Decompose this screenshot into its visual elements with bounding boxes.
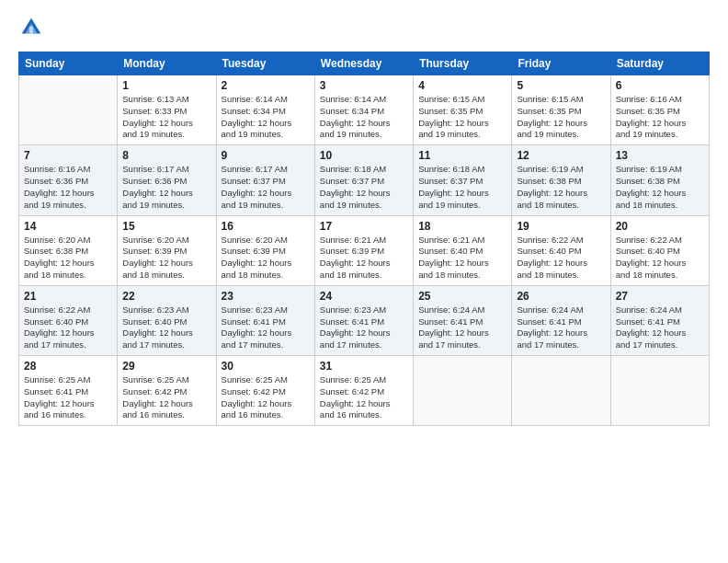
day-cell: 29Sunrise: 6:25 AM Sunset: 6:42 PM Dayli… <box>118 356 216 426</box>
day-cell: 25Sunrise: 6:24 AM Sunset: 6:41 PM Dayli… <box>414 285 512 355</box>
weekday-header-row: SundayMondayTuesdayWednesdayThursdayFrid… <box>19 52 710 75</box>
day-info: Sunrise: 6:18 AM Sunset: 6:37 PM Dayligh… <box>418 164 506 211</box>
day-cell: 31Sunrise: 6:25 AM Sunset: 6:42 PM Dayli… <box>314 356 413 426</box>
day-cell: 4Sunrise: 6:15 AM Sunset: 6:35 PM Daylig… <box>414 75 512 145</box>
day-info: Sunrise: 6:22 AM Sunset: 6:40 PM Dayligh… <box>517 235 605 282</box>
day-number: 21 <box>24 290 112 303</box>
day-number: 13 <box>616 149 704 162</box>
day-info: Sunrise: 6:25 AM Sunset: 6:42 PM Dayligh… <box>222 374 310 421</box>
day-info: Sunrise: 6:24 AM Sunset: 6:41 PM Dayligh… <box>517 304 605 351</box>
day-cell <box>512 356 610 426</box>
day-number: 6 <box>616 79 704 92</box>
day-info: Sunrise: 6:25 AM Sunset: 6:41 PM Dayligh… <box>24 374 112 421</box>
day-info: Sunrise: 6:25 AM Sunset: 6:42 PM Dayligh… <box>320 374 408 421</box>
day-cell: 18Sunrise: 6:21 AM Sunset: 6:40 PM Dayli… <box>414 215 512 285</box>
day-number: 3 <box>320 79 408 92</box>
weekday-tuesday: Tuesday <box>216 52 314 75</box>
day-info: Sunrise: 6:21 AM Sunset: 6:40 PM Dayligh… <box>418 235 506 282</box>
day-number: 19 <box>517 220 605 233</box>
day-number: 8 <box>122 149 210 162</box>
day-cell: 15Sunrise: 6:20 AM Sunset: 6:39 PM Dayli… <box>118 215 216 285</box>
day-info: Sunrise: 6:18 AM Sunset: 6:37 PM Dayligh… <box>320 164 408 211</box>
weekday-friday: Friday <box>512 52 610 75</box>
day-info: Sunrise: 6:23 AM Sunset: 6:41 PM Dayligh… <box>222 304 310 351</box>
day-number: 11 <box>418 149 506 162</box>
day-cell: 14Sunrise: 6:20 AM Sunset: 6:38 PM Dayli… <box>19 215 118 285</box>
day-cell: 20Sunrise: 6:22 AM Sunset: 6:40 PM Dayli… <box>610 215 709 285</box>
day-info: Sunrise: 6:24 AM Sunset: 6:41 PM Dayligh… <box>616 304 704 351</box>
day-number: 25 <box>418 290 506 303</box>
day-number: 20 <box>616 220 704 233</box>
calendar-table: SundayMondayTuesdayWednesdayThursdayFrid… <box>18 52 710 426</box>
day-number: 28 <box>24 360 112 373</box>
day-cell: 26Sunrise: 6:24 AM Sunset: 6:41 PM Dayli… <box>512 285 610 355</box>
day-number: 18 <box>418 220 506 233</box>
day-cell <box>19 75 118 145</box>
day-info: Sunrise: 6:24 AM Sunset: 6:41 PM Dayligh… <box>418 304 506 351</box>
day-info: Sunrise: 6:17 AM Sunset: 6:36 PM Dayligh… <box>122 164 210 211</box>
day-cell: 1Sunrise: 6:13 AM Sunset: 6:33 PM Daylig… <box>118 75 216 145</box>
day-cell: 30Sunrise: 6:25 AM Sunset: 6:42 PM Dayli… <box>216 356 314 426</box>
day-number: 27 <box>616 290 704 303</box>
day-number: 29 <box>122 360 210 373</box>
day-cell: 9Sunrise: 6:17 AM Sunset: 6:37 PM Daylig… <box>216 145 314 215</box>
day-cell: 16Sunrise: 6:20 AM Sunset: 6:39 PM Dayli… <box>216 215 314 285</box>
day-cell: 19Sunrise: 6:22 AM Sunset: 6:40 PM Dayli… <box>512 215 610 285</box>
day-number: 1 <box>122 79 210 92</box>
day-info: Sunrise: 6:23 AM Sunset: 6:40 PM Dayligh… <box>122 304 210 351</box>
svg-rect-2 <box>29 27 33 33</box>
week-row-3: 14Sunrise: 6:20 AM Sunset: 6:38 PM Dayli… <box>19 215 710 285</box>
day-number: 23 <box>222 290 310 303</box>
day-cell <box>414 356 512 426</box>
day-info: Sunrise: 6:23 AM Sunset: 6:41 PM Dayligh… <box>320 304 408 351</box>
day-info: Sunrise: 6:19 AM Sunset: 6:38 PM Dayligh… <box>616 164 704 211</box>
day-cell <box>610 356 709 426</box>
day-number: 30 <box>222 360 310 373</box>
day-cell: 23Sunrise: 6:23 AM Sunset: 6:41 PM Dayli… <box>216 285 314 355</box>
day-cell: 5Sunrise: 6:15 AM Sunset: 6:35 PM Daylig… <box>512 75 610 145</box>
day-cell: 13Sunrise: 6:19 AM Sunset: 6:38 PM Dayli… <box>610 145 709 215</box>
day-cell: 17Sunrise: 6:21 AM Sunset: 6:39 PM Dayli… <box>314 215 413 285</box>
day-info: Sunrise: 6:17 AM Sunset: 6:37 PM Dayligh… <box>222 164 310 211</box>
day-cell: 27Sunrise: 6:24 AM Sunset: 6:41 PM Dayli… <box>610 285 709 355</box>
header <box>18 15 710 40</box>
weekday-wednesday: Wednesday <box>314 52 413 75</box>
week-row-1: 1Sunrise: 6:13 AM Sunset: 6:33 PM Daylig… <box>19 75 710 145</box>
day-info: Sunrise: 6:13 AM Sunset: 6:33 PM Dayligh… <box>122 94 210 141</box>
day-info: Sunrise: 6:22 AM Sunset: 6:40 PM Dayligh… <box>616 235 704 282</box>
day-number: 12 <box>517 149 605 162</box>
day-number: 22 <box>122 290 210 303</box>
day-number: 14 <box>24 220 112 233</box>
day-info: Sunrise: 6:15 AM Sunset: 6:35 PM Dayligh… <box>418 94 506 141</box>
page: SundayMondayTuesdayWednesdayThursdayFrid… <box>0 0 728 563</box>
day-cell: 7Sunrise: 6:16 AM Sunset: 6:36 PM Daylig… <box>19 145 118 215</box>
weekday-saturday: Saturday <box>610 52 709 75</box>
day-cell: 12Sunrise: 6:19 AM Sunset: 6:38 PM Dayli… <box>512 145 610 215</box>
day-number: 31 <box>320 360 408 373</box>
day-info: Sunrise: 6:25 AM Sunset: 6:42 PM Dayligh… <box>122 374 210 421</box>
day-info: Sunrise: 6:14 AM Sunset: 6:34 PM Dayligh… <box>320 94 408 141</box>
day-info: Sunrise: 6:21 AM Sunset: 6:39 PM Dayligh… <box>320 235 408 282</box>
day-info: Sunrise: 6:15 AM Sunset: 6:35 PM Dayligh… <box>517 94 605 141</box>
day-cell: 10Sunrise: 6:18 AM Sunset: 6:37 PM Dayli… <box>314 145 413 215</box>
day-info: Sunrise: 6:22 AM Sunset: 6:40 PM Dayligh… <box>24 304 112 351</box>
day-number: 15 <box>122 220 210 233</box>
day-cell: 21Sunrise: 6:22 AM Sunset: 6:40 PM Dayli… <box>19 285 118 355</box>
day-info: Sunrise: 6:20 AM Sunset: 6:39 PM Dayligh… <box>122 235 210 282</box>
logo <box>18 15 48 40</box>
day-cell: 6Sunrise: 6:16 AM Sunset: 6:35 PM Daylig… <box>610 75 709 145</box>
day-cell: 24Sunrise: 6:23 AM Sunset: 6:41 PM Dayli… <box>314 285 413 355</box>
logo-icon <box>18 15 44 40</box>
day-info: Sunrise: 6:16 AM Sunset: 6:36 PM Dayligh… <box>24 164 112 211</box>
week-row-4: 21Sunrise: 6:22 AM Sunset: 6:40 PM Dayli… <box>19 285 710 355</box>
day-number: 17 <box>320 220 408 233</box>
week-row-5: 28Sunrise: 6:25 AM Sunset: 6:41 PM Dayli… <box>19 356 710 426</box>
day-info: Sunrise: 6:20 AM Sunset: 6:39 PM Dayligh… <box>222 235 310 282</box>
day-info: Sunrise: 6:14 AM Sunset: 6:34 PM Dayligh… <box>222 94 310 141</box>
day-cell: 8Sunrise: 6:17 AM Sunset: 6:36 PM Daylig… <box>118 145 216 215</box>
day-number: 5 <box>517 79 605 92</box>
day-number: 10 <box>320 149 408 162</box>
day-info: Sunrise: 6:16 AM Sunset: 6:35 PM Dayligh… <box>616 94 704 141</box>
day-number: 4 <box>418 79 506 92</box>
week-row-2: 7Sunrise: 6:16 AM Sunset: 6:36 PM Daylig… <box>19 145 710 215</box>
